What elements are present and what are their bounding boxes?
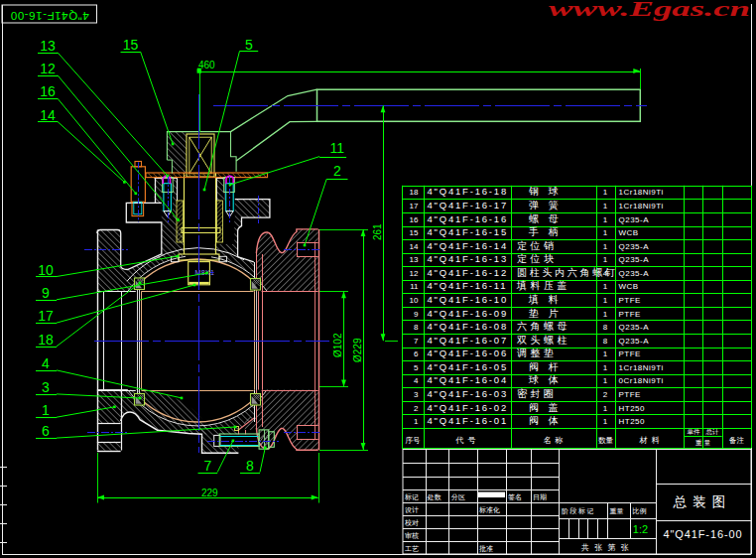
svg-text:PTFE: PTFE xyxy=(619,296,641,305)
svg-text:Ø229: Ø229 xyxy=(352,338,363,362)
svg-text:Q235-A: Q235-A xyxy=(619,337,650,346)
svg-text:1: 1 xyxy=(414,417,419,426)
svg-text:8: 8 xyxy=(246,458,254,474)
svg-text:HT250: HT250 xyxy=(619,417,646,426)
svg-text:1Cr18Ni9Ti: 1Cr18Ni9Ti xyxy=(619,202,664,210)
svg-text:1: 1 xyxy=(603,376,608,385)
svg-text:螺 母: 螺 母 xyxy=(529,213,562,224)
svg-text:4"Q41F-16-05: 4"Q41F-16-05 xyxy=(428,361,508,372)
svg-text:4"Q41F-16-06: 4"Q41F-16-06 xyxy=(428,348,508,358)
svg-text:校对: 校对 xyxy=(404,519,419,526)
svg-text:11: 11 xyxy=(410,282,419,291)
svg-text:填 料: 填 料 xyxy=(528,294,562,305)
svg-text:4"Q41F-16-04: 4"Q41F-16-04 xyxy=(428,374,508,385)
svg-text:垫 片: 垫 片 xyxy=(529,308,562,319)
svg-text:4"Q41F-16-07: 4"Q41F-16-07 xyxy=(428,335,508,346)
svg-text:定位销: 定位销 xyxy=(517,240,558,251)
svg-text:18: 18 xyxy=(410,188,419,197)
svg-text:双头螺柱: 双头螺柱 xyxy=(517,335,570,346)
svg-text:Q235-A: Q235-A xyxy=(619,323,650,332)
svg-text:9: 9 xyxy=(414,310,419,319)
svg-text:1:2: 1:2 xyxy=(633,523,648,535)
svg-text:13: 13 xyxy=(40,38,56,54)
svg-text:4"Q41F-16-18: 4"Q41F-16-18 xyxy=(428,186,508,197)
svg-text:10: 10 xyxy=(38,262,54,278)
svg-text:4: 4 xyxy=(603,269,608,278)
svg-text:数量: 数量 xyxy=(598,436,614,445)
svg-text:7: 7 xyxy=(414,337,419,346)
svg-text:签名: 签名 xyxy=(508,493,522,501)
svg-text:3: 3 xyxy=(42,379,50,395)
svg-text:审核: 审核 xyxy=(405,532,419,540)
svg-text:阶段标记: 阶段标记 xyxy=(562,507,595,515)
svg-text:重量: 重量 xyxy=(610,507,624,514)
svg-text:16: 16 xyxy=(40,83,56,99)
svg-text:11: 11 xyxy=(330,140,345,156)
svg-text:12: 12 xyxy=(40,61,56,76)
svg-text:1: 1 xyxy=(603,310,608,319)
svg-text:手 柄: 手 柄 xyxy=(528,226,562,237)
svg-text:261: 261 xyxy=(372,223,383,240)
svg-text:分区: 分区 xyxy=(450,493,465,500)
svg-text:PTFE: PTFE xyxy=(619,310,641,319)
svg-text:0Cr18Ni9Ti: 0Cr18Ni9Ti xyxy=(619,376,664,385)
svg-text:4: 4 xyxy=(42,355,50,371)
svg-text:4"Q41F-16-16: 4"Q41F-16-16 xyxy=(428,213,508,224)
svg-text:标记: 标记 xyxy=(404,493,419,501)
svg-text:1: 1 xyxy=(603,242,608,251)
svg-text:8: 8 xyxy=(603,323,608,332)
svg-text:1: 1 xyxy=(603,188,608,197)
svg-text:比例: 比例 xyxy=(633,507,647,515)
svg-text:工艺: 工艺 xyxy=(405,545,419,552)
svg-text:4"Q41F-16-12: 4"Q41F-16-12 xyxy=(428,267,508,278)
svg-text:重 量: 重 量 xyxy=(695,439,710,446)
svg-text:14: 14 xyxy=(410,242,419,251)
svg-text:Ø102: Ø102 xyxy=(332,333,343,357)
svg-text:总装图: 总装图 xyxy=(673,494,732,509)
svg-text:阀 杆: 阀 杆 xyxy=(529,361,562,372)
svg-text:Q235-A: Q235-A xyxy=(619,255,650,264)
svg-text:www.Egas.cn: www.Egas.cn xyxy=(549,0,750,21)
svg-text:4"Q41F-16-00: 4"Q41F-16-00 xyxy=(10,10,89,22)
svg-text:8: 8 xyxy=(414,323,419,332)
svg-text:6: 6 xyxy=(414,349,419,358)
svg-text:Q235-A: Q235-A xyxy=(619,269,650,278)
svg-text:六角螺母: 六角螺母 xyxy=(517,321,570,332)
svg-text:14: 14 xyxy=(40,107,56,123)
svg-text:钢 球: 钢 球 xyxy=(529,186,562,197)
svg-text:WCB: WCB xyxy=(619,228,639,237)
svg-text:4"Q41F-16-13: 4"Q41F-16-13 xyxy=(428,253,508,264)
svg-text:5: 5 xyxy=(245,37,253,53)
svg-text:1: 1 xyxy=(603,296,608,305)
svg-text:229: 229 xyxy=(201,488,218,498)
svg-text:4: 4 xyxy=(414,376,419,385)
svg-text:球 体: 球 体 xyxy=(528,374,562,385)
svg-text:1: 1 xyxy=(603,202,608,210)
svg-text:4"Q41F-16-15: 4"Q41F-16-15 xyxy=(428,226,508,237)
svg-text:10: 10 xyxy=(410,296,419,305)
svg-text:17: 17 xyxy=(38,308,54,324)
svg-text:17: 17 xyxy=(410,202,419,210)
svg-text:代 号: 代 号 xyxy=(454,436,476,445)
svg-text:13: 13 xyxy=(410,255,419,264)
svg-text:2: 2 xyxy=(333,163,341,179)
svg-text:4"Q41F-16-01: 4"Q41F-16-01 xyxy=(428,415,508,426)
svg-text:单件: 单件 xyxy=(688,428,701,435)
svg-text:批准: 批准 xyxy=(479,545,493,553)
svg-text:1: 1 xyxy=(603,404,608,413)
svg-text:4"Q41F-16-17: 4"Q41F-16-17 xyxy=(428,200,508,210)
svg-text:4"Q41F-16-02: 4"Q41F-16-02 xyxy=(428,402,508,413)
svg-text:弹 簧: 弹 簧 xyxy=(529,200,562,210)
svg-text:1: 1 xyxy=(603,215,608,224)
svg-text:共 张 第 张: 共 张 第 张 xyxy=(581,543,630,552)
svg-text:标准化: 标准化 xyxy=(478,506,500,514)
svg-text:材 料: 材 料 xyxy=(638,436,660,445)
svg-text:9: 9 xyxy=(42,285,50,301)
svg-text:1: 1 xyxy=(42,402,50,418)
svg-text:4"Q41F-16-08: 4"Q41F-16-08 xyxy=(428,321,508,332)
svg-text:密封圈: 密封圈 xyxy=(517,388,558,399)
svg-text:4"Q41F-16-00: 4"Q41F-16-00 xyxy=(663,528,742,540)
svg-text:1: 1 xyxy=(603,228,608,237)
svg-text:PTFE: PTFE xyxy=(619,390,641,399)
svg-text:备注: 备注 xyxy=(729,436,745,445)
